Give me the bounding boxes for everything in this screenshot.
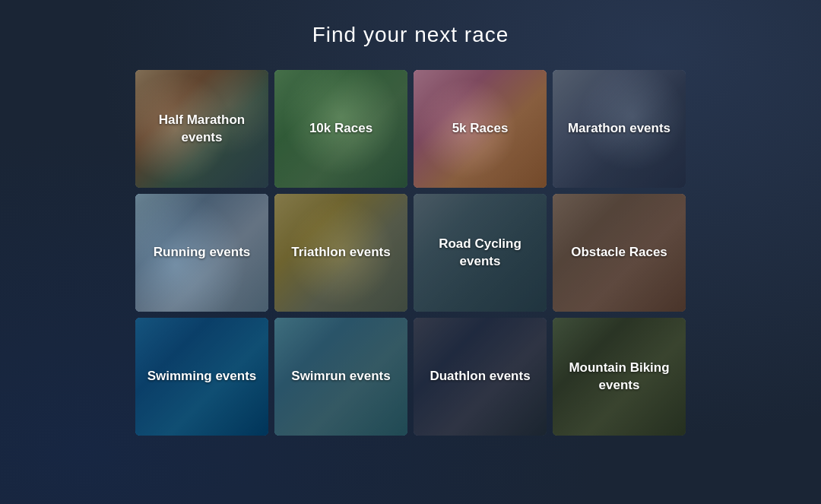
card-mountain-biking[interactable]: Mountain Biking events <box>553 318 686 436</box>
card-label-half-marathon: Half Marathon events <box>135 106 268 151</box>
card-label-swimming: Swimming events <box>141 362 263 391</box>
card-swimming[interactable]: Swimming events <box>135 318 268 436</box>
events-grid: Half Marathon events10k Races5k RacesMar… <box>135 70 686 436</box>
card-label-5k-races: 5k Races <box>446 114 515 143</box>
card-running[interactable]: Running events <box>135 194 268 312</box>
card-label-road-cycling: Road Cycling events <box>414 230 547 275</box>
page-title: Find your next race <box>312 23 509 47</box>
card-label-marathon: Marathon events <box>562 114 677 143</box>
card-label-10k-races: 10k Races <box>303 114 379 143</box>
card-10k-races[interactable]: 10k Races <box>274 70 407 188</box>
card-obstacle-races[interactable]: Obstacle Races <box>553 194 686 312</box>
card-marathon[interactable]: Marathon events <box>553 70 686 188</box>
card-label-obstacle-races: Obstacle Races <box>565 238 674 267</box>
card-road-cycling[interactable]: Road Cycling events <box>414 194 547 312</box>
card-label-mountain-biking: Mountain Biking events <box>553 353 686 399</box>
card-half-marathon[interactable]: Half Marathon events <box>135 70 268 188</box>
card-swimrun[interactable]: Swimrun events <box>274 318 407 436</box>
card-5k-races[interactable]: 5k Races <box>414 70 547 188</box>
card-duathlon[interactable]: Duathlon events <box>414 318 547 436</box>
card-label-duathlon: Duathlon events <box>423 362 536 391</box>
card-label-triathlon: Triathlon events <box>285 238 396 267</box>
card-label-swimrun: Swimrun events <box>285 362 396 391</box>
card-label-running: Running events <box>147 238 257 267</box>
card-triathlon[interactable]: Triathlon events <box>274 194 407 312</box>
